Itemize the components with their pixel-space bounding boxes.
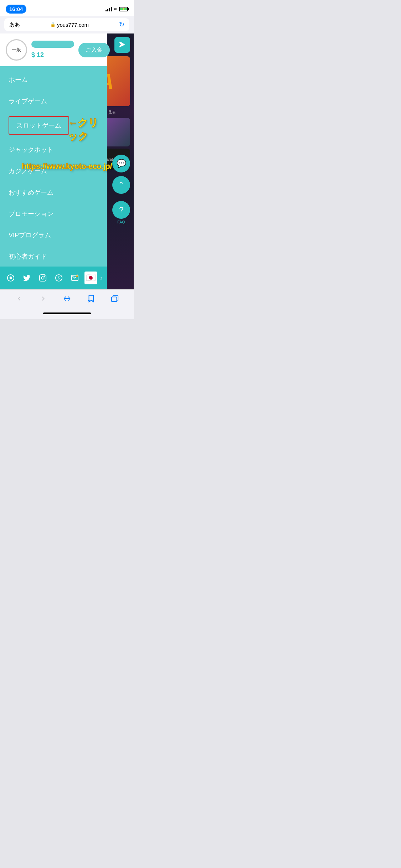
faq-button[interactable]: ? FAQ: [112, 201, 130, 224]
menu-item-home[interactable]: ホーム: [0, 69, 107, 91]
user-info: $ 12: [31, 41, 74, 59]
address-bar: ああ 🔒 yous777.com ↻: [0, 16, 134, 33]
faq-label: FAQ: [117, 220, 125, 224]
email-icon[interactable]: 🔒: [68, 272, 81, 284]
home-indicator: [0, 307, 134, 319]
question-icon: ?: [119, 205, 123, 215]
social-bar: $ 🔒 🇯🇵 ›: [0, 267, 107, 289]
svg-rect-1: [40, 275, 46, 281]
menu-item-vip-label: VIPプログラム: [9, 232, 51, 239]
svg-point-2: [41, 277, 44, 279]
menu-item-slot-game[interactable]: スロットゲーム: [0, 112, 107, 139]
menu-item-recommended[interactable]: おすすめゲーム: [0, 182, 107, 203]
main-wrapper: ⮞ A もっと見る baccarat 💬 ⌃ ? FAQ: [0, 33, 134, 289]
menu-item-recommended-label: おすすめゲーム: [9, 189, 53, 196]
status-time: 16:04: [6, 5, 26, 14]
menu-item-promotion-label: プロモーション: [9, 210, 53, 217]
menu-item-beginner-label: 初心者ガイド: [9, 253, 47, 260]
deposit-button[interactable]: ご入金: [78, 43, 110, 57]
status-bar: 16:04 ≈ ⚡: [0, 0, 134, 16]
menu-item-jackpot[interactable]: ジャックポット: [0, 139, 107, 160]
menu-item-live-game[interactable]: ライブゲーム: [0, 91, 107, 112]
browser-back-button[interactable]: [12, 291, 26, 306]
menu-nav: ホーム ライブゲーム スロットゲーム ←クリック ジャックポット カジノゲーム …: [0, 66, 107, 291]
menu-item-slot-game-label: スロットゲーム: [9, 116, 69, 135]
language-flag-japan[interactable]: 🇯🇵: [84, 272, 97, 284]
menu-item-beginner[interactable]: 初心者ガイド: [0, 246, 107, 267]
twitter-icon[interactable]: [20, 272, 33, 284]
address-url: yous777.com: [57, 22, 89, 28]
menu-item-jackpot-label: ジャックポット: [9, 146, 53, 153]
svg-text:$: $: [58, 276, 60, 280]
balance-display: $ 12: [31, 50, 44, 59]
instagram-icon[interactable]: [36, 272, 49, 284]
home-bar: [43, 312, 91, 314]
more-icon[interactable]: ›: [100, 274, 102, 282]
menu-item-casino-game[interactable]: カジノゲーム: [0, 160, 107, 182]
telegram-icon[interactable]: $: [52, 272, 65, 284]
faq-circle: ?: [112, 201, 130, 219]
avatar: 一般: [6, 39, 27, 61]
avatar-label: 一般: [12, 47, 21, 53]
username-bar: [31, 41, 74, 48]
address-input[interactable]: ああ 🔒 yous777.com ↻: [4, 18, 129, 31]
menu-panel: 一般 $ 12 ご入金 ホーム ライブゲーム スロットゲーム: [0, 33, 107, 289]
bg-exit-button[interactable]: ⮞: [114, 37, 130, 53]
chat-icon: 💬: [117, 159, 126, 168]
browser-share-button[interactable]: [60, 291, 74, 306]
url-display: 🔒 yous777.com: [23, 22, 116, 28]
menu-header: 一般 $ 12 ご入金: [0, 33, 107, 66]
status-icons: ≈ ⚡: [106, 6, 128, 12]
exit-icon: ⮞: [119, 41, 126, 49]
browser-bookmarks-button[interactable]: [84, 291, 98, 306]
lock-icon: 🔒: [50, 22, 56, 27]
balance-value: $ 12: [31, 51, 44, 58]
browser-forward-button[interactable]: [36, 291, 50, 306]
scroll-up-fab-button[interactable]: ⌃: [112, 176, 130, 194]
menu-item-vip[interactable]: VIPプログラム: [0, 224, 107, 246]
refresh-icon[interactable]: ↻: [119, 21, 124, 29]
battery-icon: ⚡: [119, 7, 128, 11]
menu-item-live-game-label: ライブゲーム: [9, 98, 47, 105]
svg-rect-8: [111, 297, 117, 301]
browser-nav: [0, 289, 134, 307]
social-icon-b[interactable]: [4, 272, 17, 284]
wifi-icon: ≈: [114, 6, 117, 12]
signal-icon: [106, 7, 112, 11]
svg-text:🔒: 🔒: [76, 274, 79, 277]
chat-fab-button[interactable]: 💬: [112, 155, 130, 172]
menu-item-promotion[interactable]: プロモーション: [0, 203, 107, 224]
menu-item-home-label: ホーム: [9, 76, 28, 83]
address-aa: ああ: [9, 21, 20, 28]
menu-item-casino-game-label: カジノゲーム: [9, 167, 47, 175]
chevron-up-icon: ⌃: [118, 180, 124, 190]
browser-tabs-button[interactable]: [108, 291, 122, 306]
svg-point-3: [44, 276, 45, 277]
